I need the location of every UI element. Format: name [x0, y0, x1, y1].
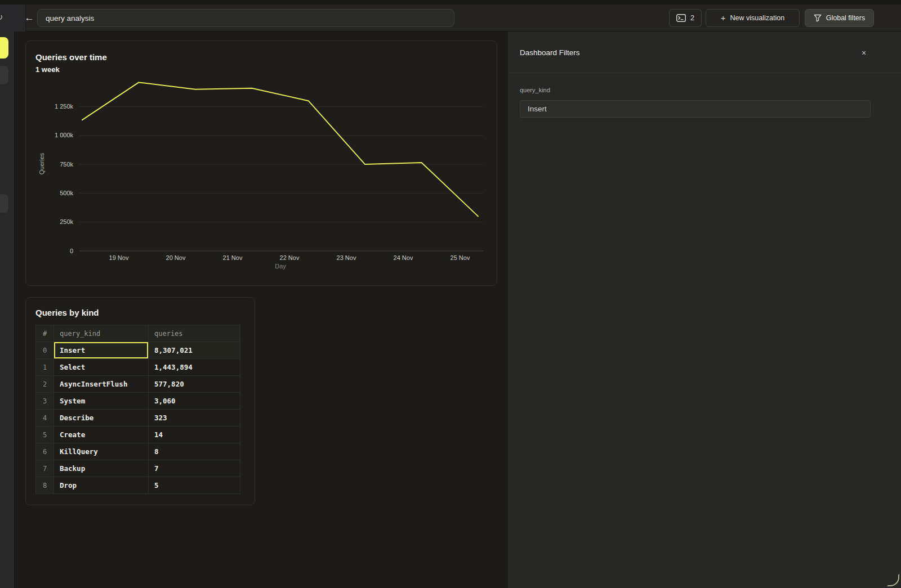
row-index-cell: 2	[36, 376, 54, 393]
x-tick-label: 25 Nov	[450, 254, 470, 261]
table-title: Queries by kind	[35, 308, 99, 317]
window-top-strip	[0, 0, 901, 5]
x-tick-label: 24 Nov	[394, 254, 413, 261]
query-kind-filter-input[interactable]	[520, 100, 871, 118]
filter-field-label: query_kind	[520, 87, 550, 93]
row-index-cell: 0	[36, 342, 54, 359]
global-filters-button[interactable]: Global filters	[805, 9, 874, 27]
x-tick-label: 20 Nov	[166, 254, 186, 261]
dashboard-filters-panel: Dashboard Filters × query_kind	[507, 32, 901, 588]
plus-icon: +	[721, 14, 726, 22]
left-sidebar	[0, 32, 15, 588]
row-index-cell: 1	[36, 359, 54, 376]
y-tick-label: 250k	[60, 218, 73, 225]
x-tick-label: 21 Nov	[223, 254, 243, 261]
x-tick-label: 23 Nov	[337, 254, 356, 261]
console-icon	[676, 14, 686, 22]
table-row: 3 System 3,060	[36, 393, 240, 410]
row-index-cell: 6	[36, 443, 54, 460]
col-header-query-kind: query_kind	[54, 325, 149, 342]
y-axis-title: Queries	[38, 152, 45, 174]
query-kind-cell[interactable]: System	[54, 393, 149, 410]
y-tick-label: 1 250k	[55, 103, 74, 110]
table-row: 4 Describe 323	[36, 410, 240, 427]
queries-over-time-chart: 0250k500k750k1 000k1 250k19 Nov20 Nov21 …	[26, 41, 498, 286]
back-button[interactable]: ←	[21, 8, 37, 28]
col-header-index: #	[36, 325, 54, 342]
row-index-cell: 5	[36, 427, 54, 443]
queries-value-cell[interactable]: 1,443,894	[149, 359, 240, 376]
y-tick-label: 1 000k	[55, 132, 74, 138]
query-kind-cell[interactable]: Create	[54, 427, 149, 443]
close-panel-button[interactable]: ×	[858, 47, 869, 59]
queries-value-cell[interactable]: 8	[149, 443, 240, 460]
query-kind-cell[interactable]: Backup	[54, 460, 149, 477]
back-arrow-icon: ←	[25, 12, 34, 24]
y-tick-label: 0	[70, 248, 73, 254]
new-visualization-button[interactable]: + New visualization	[706, 9, 800, 27]
dashboard-title-input[interactable]	[37, 9, 454, 27]
filters-panel-title: Dashboard Filters	[520, 48, 580, 57]
global-filters-label: Global filters	[826, 14, 865, 22]
main-content: Queries over time 1 week 0250k500k750k1 …	[15, 32, 507, 588]
table-row: 1 Select 1,443,894	[36, 359, 240, 376]
row-index-cell: 7	[36, 460, 54, 477]
queries-over-time-card: Queries over time 1 week 0250k500k750k1 …	[25, 41, 497, 286]
col-header-queries: queries	[149, 325, 240, 342]
query-kind-cell[interactable]: Drop	[54, 477, 149, 494]
queries-value-cell[interactable]: 3,060	[149, 393, 240, 410]
close-icon: ×	[862, 48, 866, 57]
queries-by-kind-card: Queries by kind #query_kindqueries 0 Ins…	[25, 297, 255, 505]
table-row: 7 Backup 7	[36, 460, 240, 477]
queries-by-kind-table: #query_kindqueries 0 Insert 8,307,021 1 …	[35, 325, 240, 494]
chart-line	[82, 82, 478, 216]
table-row: 0 Insert 8,307,021	[36, 342, 240, 359]
sidebar-item-active-dashboard[interactable]	[0, 37, 8, 59]
queries-value-cell[interactable]: 5	[149, 477, 240, 494]
topbar: ↻ ← 2 + New visualization Global filters	[0, 5, 901, 32]
queries-value-cell[interactable]: 14	[149, 427, 240, 443]
query-kind-cell[interactable]: AsyncInsertFlush	[54, 376, 149, 393]
row-index-cell: 3	[36, 393, 54, 410]
new-visualization-label: New visualization	[730, 14, 785, 22]
queries-value-cell[interactable]: 8,307,021	[149, 342, 240, 359]
queries-value-cell[interactable]: 323	[149, 410, 240, 427]
x-axis-title: Day	[275, 263, 286, 270]
row-index-cell: 4	[36, 410, 54, 427]
x-tick-label: 19 Nov	[109, 254, 129, 261]
table-body: 0 Insert 8,307,021 1 Select 1,443,894 2 …	[36, 342, 240, 494]
funnel-icon	[814, 14, 822, 22]
query-kind-cell[interactable]: Select	[54, 359, 149, 376]
y-tick-label: 750k	[60, 161, 73, 168]
query-kind-cell[interactable]: Describe	[54, 410, 149, 427]
table-row: 6 KillQuery 8	[36, 443, 240, 460]
table-header-row: #query_kindqueries	[36, 325, 240, 342]
y-tick-label: 500k	[60, 190, 73, 196]
panel-divider	[508, 73, 901, 73]
sidebar-item-3[interactable]	[0, 194, 8, 213]
queries-value-cell[interactable]: 577,820	[149, 376, 240, 393]
query-kind-cell[interactable]: KillQuery	[54, 443, 149, 460]
history-refresh-icon[interactable]: ↻	[0, 12, 3, 23]
query-kind-cell[interactable]: Insert	[54, 342, 149, 359]
queries-value-cell[interactable]: 7	[149, 460, 240, 477]
table-row: 2 AsyncInsertFlush 577,820	[36, 376, 240, 393]
table-row: 8 Drop 5	[36, 477, 240, 494]
sql-console-button[interactable]: 2	[669, 9, 702, 27]
x-tick-label: 22 Nov	[280, 254, 300, 261]
sidebar-item-2[interactable]	[0, 66, 8, 84]
console-count-badge: 2	[690, 14, 694, 22]
row-index-cell: 8	[36, 477, 54, 494]
table-row: 5 Create 14	[36, 427, 240, 443]
